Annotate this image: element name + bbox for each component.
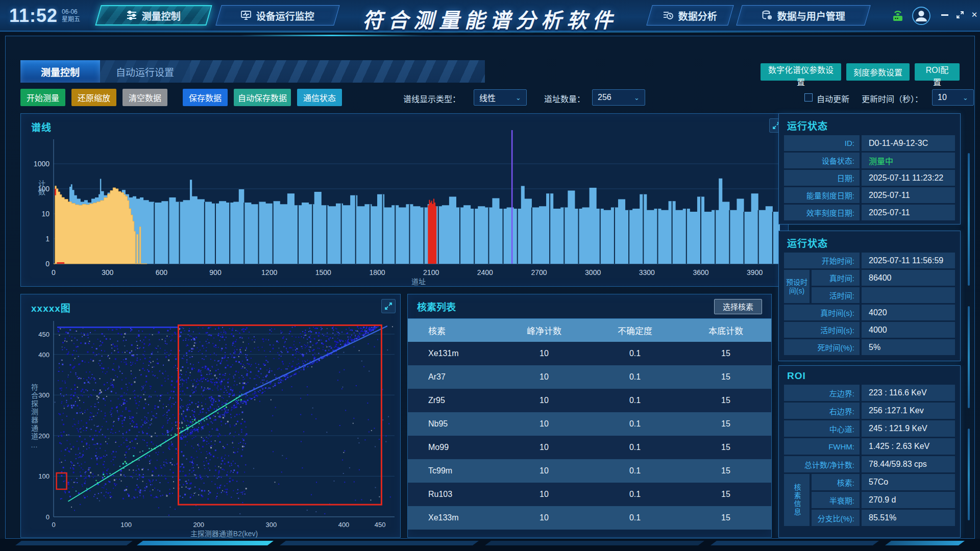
status-row: 右边界:256 :127.1 Kev — [784, 403, 955, 419]
coincidence-map-title: xxxxx图 — [31, 300, 71, 314]
nuclide-row-Mo99[interactable]: Mo99100.115 — [408, 436, 771, 459]
svg-text:900: 900 — [209, 268, 222, 277]
table-cell: Nb95 — [408, 419, 499, 429]
nuclide-row-Xe131m[interactable]: Xe131m100.115 — [408, 342, 771, 365]
nav-tab-data-user-mgmt[interactable]: 数据与用户管理 — [736, 5, 870, 26]
app-window: 11:52 06-06 星期五 测量控制 设备运行监控 — [0, 0, 980, 551]
edge-decoration — [968, 153, 970, 286]
svg-text:道址: 道址 — [411, 278, 426, 286]
status-value: 245 : 121.9 KeV — [862, 420, 955, 437]
status-label: 死时间(%): — [784, 339, 860, 355]
status-value: 4000 — [862, 322, 955, 338]
digitizer-params-button[interactable]: 数字化谱仪参数设置 — [761, 63, 841, 81]
nuclide-table-header: 核素峰净计数不确定度本底计数 — [408, 319, 771, 342]
status-row: 总计数/净计数:78.44/59.83 cps — [784, 456, 955, 472]
minimize-button[interactable] — [938, 8, 951, 21]
coincidence-map-panel: xxxxx图 01002003004004500100200300400450主… — [20, 294, 401, 538]
group-label: 预设时间(s) — [784, 270, 810, 303]
status-value: D0-11-A9-12-3C — [862, 135, 955, 151]
footer-decoration — [0, 539, 980, 551]
status-value: 57Co — [862, 474, 955, 490]
save-data-button[interactable]: 保存数据 — [183, 89, 228, 106]
database-gear-icon — [762, 10, 773, 21]
run-status-title: 运行状态 — [779, 231, 960, 253]
status-row: 真时间(s):4020 — [784, 305, 955, 320]
nuclide-list-header: 核素列表 选择核素 — [408, 294, 771, 319]
close-button[interactable]: ✕ — [968, 8, 980, 21]
table-cell: Zr95 — [408, 396, 499, 405]
clear-data-button[interactable]: 清空数据 — [122, 89, 167, 106]
chevron-down-icon: ⌄ — [516, 94, 521, 102]
roi-config-button[interactable]: ROI配置 — [915, 63, 960, 81]
chevron-down-icon: ⌄ — [634, 94, 640, 102]
table-cell: 10 — [499, 490, 590, 499]
table-cell: 15 — [680, 513, 771, 522]
select-nuclide-button[interactable]: 选择核素 — [714, 299, 762, 314]
nuclide-row-Nb95[interactable]: Nb95100.115 — [408, 412, 771, 436]
status-row: 开始时间:2025-07-11 11:56:59 — [784, 253, 955, 268]
calibration-params-button[interactable]: 刻度参数设置 — [846, 63, 910, 81]
clock: 11:52 06-06 星期五 — [9, 5, 80, 27]
comm-status-button[interactable]: 通信状态 — [297, 89, 342, 106]
status-row: 真时间:86400 — [812, 270, 955, 286]
svg-text:1200: 1200 — [261, 268, 277, 277]
maximize-button[interactable] — [953, 8, 967, 21]
table-cell: 15 — [680, 443, 771, 452]
spectrum-y-axis-title: 计数 — [36, 180, 46, 196]
svg-text:400: 400 — [38, 351, 50, 359]
status-value: 2025-07-11 11:23:22 — [862, 170, 955, 186]
coincidence-map-chart[interactable]: 01002003004004500100200300400450主探测器通道B2… — [21, 294, 401, 538]
svg-text:1500: 1500 — [315, 268, 331, 277]
user-avatar[interactable] — [912, 6, 931, 28]
table-cell: 0.1 — [590, 372, 680, 382]
table-cell: 10 — [499, 349, 590, 358]
table-header-cell: 不确定度 — [590, 324, 680, 337]
svg-text:600: 600 — [156, 268, 168, 277]
clock-list-icon — [663, 10, 674, 21]
update-interval-select[interactable]: 10 ⌄ — [932, 89, 974, 106]
app-title: 符合测量能谱分析软件 — [362, 4, 618, 34]
coincidence-map-expand-button[interactable] — [381, 299, 396, 313]
run-status-panel-1: 运行状态 ID:D0-11-A9-12-3C设备状态:测量中日期:2025-07… — [778, 113, 961, 224]
run-status-title: 运行状态 — [779, 114, 960, 135]
clock-date: 06-06 星期五 — [62, 8, 80, 23]
status-row: 设备状态:测量中 — [784, 153, 955, 168]
status-label: ID: — [784, 135, 860, 151]
nuclide-row-Xe133m[interactable]: Xe133m100.115 — [408, 506, 771, 530]
edge-decoration — [968, 429, 970, 520]
tab-auto-run-settings[interactable]: 自动运行设置 — [100, 60, 190, 83]
svg-text:0: 0 — [52, 268, 56, 277]
run-status-panel-2: 运行状态 开始时间:2025-07-11 11:56:59预设时间(s)真时间:… — [778, 231, 961, 361]
table-cell: 10 — [499, 466, 590, 475]
nav-tab-measure-control[interactable]: 测量控制 — [95, 5, 212, 26]
spectrum-chart[interactable]: 0110100100003006009001200150018002100240… — [21, 114, 789, 287]
roi-panel: ROI 左边界:223 : 116.6 KeV右边界:256 :127.1 Ke… — [778, 365, 961, 538]
nuclide-row-Tc99m[interactable]: Tc99m100.115 — [408, 459, 771, 483]
nuclide-row-Ru103[interactable]: Ru103100.115 — [408, 483, 771, 506]
table-cell: 0.1 — [590, 443, 680, 452]
table-header-cell: 核素 — [408, 324, 499, 337]
svg-text:0: 0 — [46, 513, 50, 521]
frame-accent — [240, 35, 424, 36]
display-type-select[interactable]: 线性 ⌄ — [474, 89, 527, 106]
expand-icon — [384, 302, 393, 311]
start-measure-button[interactable]: 开始测量 — [20, 89, 65, 106]
auto-save-button[interactable]: 自动保存数据 — [234, 89, 291, 106]
edge-decoration — [968, 306, 970, 408]
tab-measure-control[interactable]: 测量控制 — [20, 60, 100, 83]
page-tabs-bar: 测量控制 自动运行设置 — [20, 60, 485, 83]
nuclide-row-Zr95[interactable]: Zr95100.115 — [408, 389, 771, 412]
table-cell: 0.1 — [590, 513, 680, 522]
nav-tab-device-monitor[interactable]: 设备运行监控 — [215, 5, 339, 26]
nuclide-row-Ar37[interactable]: Ar37100.115 — [408, 365, 771, 389]
reset-zoom-button[interactable]: 还原缩放 — [71, 89, 116, 106]
table-header-cell: 峰净计数 — [499, 324, 590, 337]
status-value: 86400 — [862, 270, 955, 286]
nuclide-list-title: 核素列表 — [417, 299, 456, 313]
status-value: 256 :127.1 Kev — [862, 403, 955, 419]
table-cell: 15 — [680, 419, 771, 429]
auto-update-checkbox[interactable] — [804, 93, 813, 102]
network-status-icon[interactable] — [889, 6, 906, 26]
nav-tab-data-analysis[interactable]: 数据分析 — [646, 5, 733, 26]
channel-count-select[interactable]: 256 ⌄ — [592, 89, 645, 106]
